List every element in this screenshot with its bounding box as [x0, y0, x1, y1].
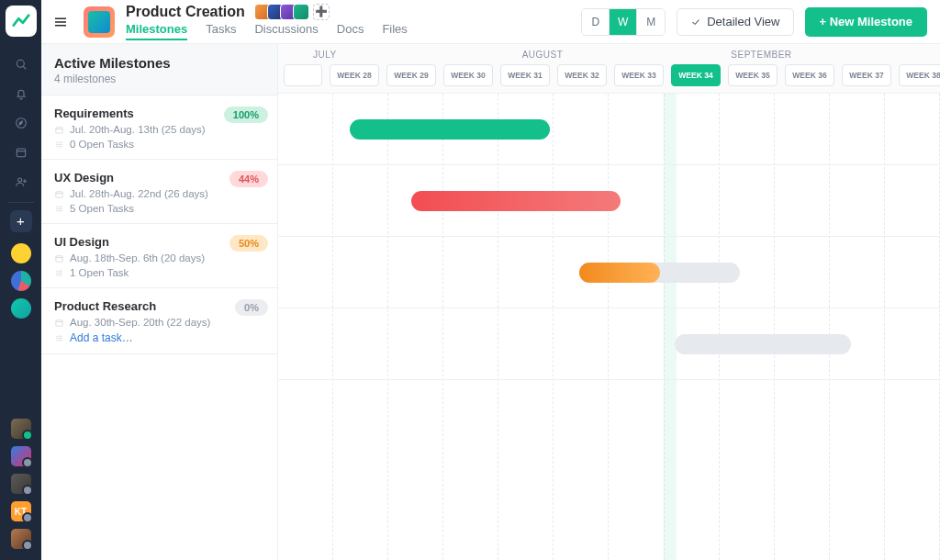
week-chip[interactable]: WEEK 35 — [728, 64, 778, 86]
svg-point-19 — [56, 146, 57, 147]
panel-subtitle: 4 milestones — [54, 73, 264, 85]
period-day-button[interactable]: D — [582, 9, 610, 35]
timeline-row — [278, 94, 940, 165]
invite-user-icon[interactable] — [6, 167, 36, 196]
svg-rect-4 — [17, 149, 25, 157]
svg-point-43 — [56, 340, 57, 341]
week-chip[interactable]: WEEK 28 — [330, 64, 379, 86]
panel-header: Active Milestones 4 milestones — [41, 44, 277, 95]
week-chip[interactable]: WEEK 37 — [842, 64, 891, 86]
new-milestone-button[interactable]: + New Milestone — [805, 7, 928, 37]
search-icon[interactable] — [6, 50, 36, 79]
milestone-item[interactable]: Product ResearchAug. 30th-Sep. 20th (22 … — [41, 288, 277, 354]
tab-docs[interactable]: Docs — [337, 22, 364, 40]
period-week-button[interactable]: W — [610, 9, 637, 35]
milestone-tasks: 5 Open Tasks — [70, 203, 134, 214]
calendar-icon[interactable] — [6, 138, 36, 167]
explore-icon[interactable] — [6, 108, 36, 138]
svg-point-6 — [17, 178, 21, 182]
milestone-bar[interactable] — [350, 119, 550, 140]
rail-avatar[interactable] — [11, 529, 31, 549]
add-member-button[interactable]: ➕ — [313, 4, 330, 20]
tab-milestones[interactable]: Milestones — [126, 22, 187, 40]
rail-avatar[interactable] — [11, 446, 31, 466]
milestone-tasks: 1 Open Task — [70, 267, 129, 278]
milestone-tasks: 0 Open Tasks — [70, 139, 134, 150]
month-row: JULYAUGUSTSEPTEMBER — [278, 44, 940, 64]
month-label: AUGUST — [522, 44, 732, 64]
calendar-icon — [54, 189, 64, 199]
svg-marker-3 — [19, 121, 22, 125]
member-avatar[interactable] — [293, 4, 309, 20]
week-chip[interactable] — [284, 64, 322, 86]
svg-point-17 — [56, 141, 57, 142]
week-chip[interactable]: WEEK 33 — [614, 64, 664, 86]
svg-point-35 — [56, 274, 57, 275]
menu-toggle-icon[interactable] — [49, 10, 73, 34]
svg-point-18 — [56, 144, 57, 145]
milestone-item[interactable]: UI DesignAug. 18th-Sep. 6th (20 days)1 O… — [41, 224, 277, 288]
milestone-bar-track[interactable] — [675, 334, 851, 354]
week-chip[interactable]: WEEK 30 — [443, 64, 493, 86]
rail-add-button[interactable]: + — [10, 210, 32, 232]
calendar-icon — [54, 125, 64, 135]
project-thumbnail[interactable] — [84, 6, 115, 38]
list-icon — [54, 204, 64, 214]
svg-point-34 — [56, 273, 57, 274]
progress-chip: 0% — [235, 299, 268, 316]
project-title: Product Creation — [126, 4, 245, 20]
timeline: JULYAUGUSTSEPTEMBER WEEK 28WEEK 29WEEK 3… — [278, 44, 940, 560]
milestone-name: Product Research — [54, 299, 264, 313]
timeline-row — [278, 237, 940, 308]
detailed-view-label: Detailed View — [707, 15, 779, 28]
week-row: WEEK 28WEEK 29WEEK 30WEEK 31WEEK 32WEEK … — [278, 64, 940, 94]
app-logo[interactable] — [6, 6, 37, 37]
timeline-row — [278, 308, 940, 380]
rail-avatar[interactable]: KT — [11, 501, 31, 521]
week-chip[interactable]: WEEK 31 — [500, 64, 550, 86]
rail-avatar[interactable] — [11, 474, 31, 494]
milestone-list: RequirementsJul. 20th-Aug. 13th (25 days… — [41, 95, 277, 560]
progress-chip: 100% — [224, 106, 268, 123]
calendar-icon — [54, 253, 64, 263]
milestone-item[interactable]: RequirementsJul. 20th-Aug. 13th (25 days… — [41, 95, 277, 160]
tab-tasks[interactable]: Tasks — [206, 22, 236, 40]
rail-divider — [8, 202, 34, 203]
week-chip[interactable]: WEEK 36 — [785, 64, 834, 86]
week-chip[interactable]: WEEK 34 — [671, 64, 721, 86]
list-icon — [54, 268, 64, 278]
add-task-link[interactable]: Add a task… — [70, 331, 133, 344]
project-tabs: MilestonesTasksDiscussionsDocsFiles — [126, 22, 408, 40]
svg-point-41 — [56, 335, 57, 336]
notifications-icon[interactable] — [6, 79, 36, 108]
period-toggle: D W M — [581, 8, 666, 36]
period-month-button[interactable]: M — [637, 9, 665, 35]
milestone-bar-track[interactable] — [579, 263, 740, 283]
app-rail: + KT — [0, 0, 41, 560]
workspace-dot-teal[interactable] — [11, 298, 31, 319]
week-chip[interactable]: WEEK 29 — [386, 64, 436, 86]
tab-files[interactable]: Files — [382, 22, 407, 40]
detailed-view-button[interactable]: Detailed View — [677, 8, 793, 36]
project-members: ➕ — [254, 4, 330, 20]
rail-avatar[interactable] — [11, 419, 31, 439]
milestone-bar-fill — [579, 263, 660, 283]
milestone-item[interactable]: UX DesignJul. 28th-Aug. 22nd (26 days)5 … — [41, 160, 277, 224]
week-chip[interactable]: WEEK 32 — [557, 64, 607, 86]
milestone-dates: Aug. 30th-Sep. 20th (22 days) — [70, 317, 210, 328]
timeline-body[interactable] — [278, 94, 940, 560]
progress-chip: 44% — [229, 171, 268, 187]
week-chip[interactable]: WEEK 38 — [899, 64, 940, 86]
list-icon — [54, 140, 64, 150]
calendar-icon — [54, 318, 64, 328]
workspace-dot-pie[interactable] — [11, 271, 31, 291]
svg-rect-28 — [56, 255, 62, 261]
rail-avatar-stack: KT — [11, 419, 31, 560]
svg-point-33 — [56, 270, 57, 271]
tab-discussions[interactable]: Discussions — [254, 22, 318, 40]
svg-point-42 — [56, 338, 57, 339]
milestone-bar[interactable] — [411, 191, 621, 211]
workspace-dot-yellow[interactable] — [11, 243, 31, 263]
svg-line-1 — [23, 66, 26, 69]
milestone-dates: Jul. 28th-Aug. 22nd (26 days) — [70, 188, 208, 199]
